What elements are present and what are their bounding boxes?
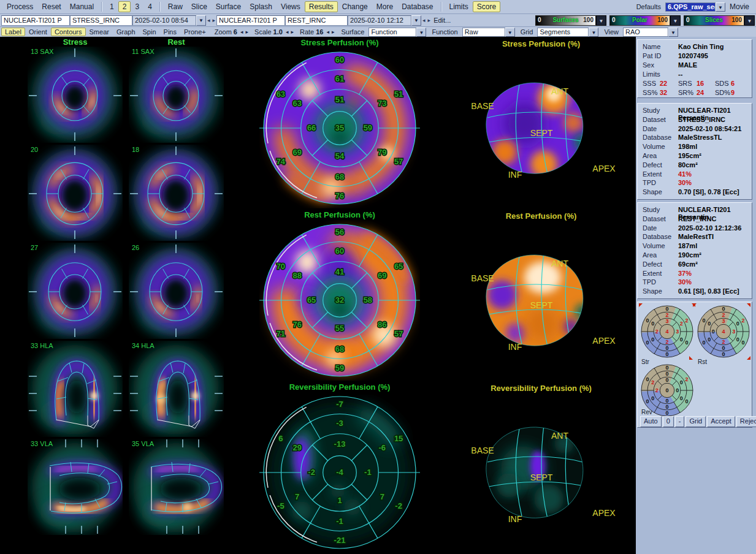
toolbar-button-process[interactable]: Process <box>2 1 37 12</box>
slice-rest-34-hla: 34 HLA <box>129 341 224 437</box>
orientation-label-apex: APEX <box>592 164 616 173</box>
spinner-up-icon[interactable]: ▸ <box>245 29 250 35</box>
view-button-contours[interactable]: Contours <box>51 28 86 36</box>
score-button-reject[interactable]: Reject <box>736 416 756 427</box>
toolbar-button-raw[interactable]: Raw <box>164 1 187 12</box>
toolbar-button-limits[interactable]: Limits <box>445 1 473 12</box>
svg-text:65: 65 <box>394 262 403 271</box>
chevron-down-icon[interactable]: ▼ <box>411 15 421 26</box>
score-button-accept[interactable]: Accept <box>707 416 735 427</box>
rest-next-button[interactable]: ▸ <box>427 16 432 25</box>
view-button-label[interactable]: Label <box>1 28 25 36</box>
rest-dataset-field[interactable]: REST_IRNC <box>285 15 348 26</box>
colorbar-gradient-surfaces[interactable]: 0Surfaces100 <box>535 15 596 26</box>
field-label: TPD <box>643 278 656 286</box>
colorbar-gradient-slices[interactable]: 0Slices100 <box>684 15 744 26</box>
chevron-down-icon[interactable]: ▼ <box>670 15 681 26</box>
toolbar-button-change[interactable]: Change <box>338 1 372 12</box>
toolbar-button-views[interactable]: Views <box>277 1 305 12</box>
toolbar-button-results[interactable]: Results <box>305 1 338 12</box>
polar-map-title: Reversibility Perfusion (%) <box>248 382 432 392</box>
spinner-down-icon[interactable]: ◂ <box>239 29 245 35</box>
score-button-minus[interactable]: - <box>675 416 685 427</box>
svg-text:2: 2 <box>655 387 659 393</box>
stress-study-field[interactable]: NUCLEAR-TI201 P <box>1 15 70 26</box>
toolbar-button-slice[interactable]: Slice <box>187 1 212 12</box>
stress-prev-button[interactable]: ◂ <box>206 16 212 25</box>
edit-button[interactable]: Edit... <box>432 17 452 24</box>
view-button-smear[interactable]: Smear <box>86 28 113 36</box>
chevron-down-icon[interactable]: ▼ <box>668 28 678 37</box>
score-button-zero[interactable]: 0 <box>663 416 674 427</box>
field-value: 41% <box>678 170 692 178</box>
rest-prev-button[interactable]: ◂ <box>421 16 427 25</box>
score-label-sspct: SS% <box>643 89 657 96</box>
score-button-auto[interactable]: Auto <box>640 416 662 427</box>
select-function[interactable]: Raw▼ <box>462 28 515 37</box>
svg-text:0: 0 <box>665 410 668 416</box>
toolbar-button-splash[interactable]: Splash <box>245 1 277 12</box>
defaults-select[interactable]: 6.QPS_raw_seg▼ <box>665 2 725 12</box>
field-label: Date <box>643 224 657 232</box>
score-value: 32 <box>660 89 667 96</box>
svg-text:2: 2 <box>665 312 668 318</box>
toolbar-button-3[interactable]: 3 <box>131 1 143 12</box>
spinner-down-icon[interactable]: ◂ <box>284 29 290 35</box>
svg-text:68: 68 <box>335 172 344 181</box>
view-button-orient[interactable]: Orient <box>25 28 51 36</box>
field-label: Sex <box>643 61 654 69</box>
select-label-grid: Grid <box>519 28 535 36</box>
score-label-sss: SSS <box>643 80 656 87</box>
stress-dataset-field[interactable]: STRESS_IRNC <box>70 15 132 26</box>
movie-button[interactable]: Movie <box>725 1 754 12</box>
view-button-graph[interactable]: Graph <box>113 28 139 36</box>
view-button-spin[interactable]: Spin <box>139 28 160 36</box>
chevron-down-icon[interactable]: ▼ <box>589 28 598 37</box>
stress-date-combo[interactable]: 2025-02-10 08:54▼ <box>132 15 206 26</box>
toolbar-button-score[interactable]: Score <box>473 1 500 12</box>
svg-text:54: 54 <box>335 151 345 161</box>
select-view[interactable]: RAO▼ <box>623 28 678 37</box>
toolbar-button-more[interactable]: More <box>372 1 397 12</box>
chevron-down-icon[interactable]: ▼ <box>196 15 206 26</box>
select-grid[interactable]: Segments▼ <box>537 28 598 37</box>
spinner-down-icon[interactable]: ◂ <box>325 29 330 35</box>
svg-text:65: 65 <box>307 295 316 305</box>
chevron-down-icon[interactable]: ▼ <box>596 15 606 26</box>
svg-text:79: 79 <box>378 148 386 157</box>
chevron-down-icon[interactable]: ▼ <box>744 15 755 26</box>
field-label: Database <box>643 134 671 141</box>
chevron-down-icon[interactable]: ▼ <box>416 28 426 37</box>
rest-date-combo[interactable]: 2025-02-10 12:12▼ <box>348 15 421 26</box>
field-value: MaleRestTI <box>678 233 714 240</box>
slice-stress-33-vla: 33 VLA <box>28 439 123 535</box>
colorbar-group: 0Surfaces100▼0Polar100▼0Slices100▼ <box>532 15 755 26</box>
spinner-value: 16 <box>316 28 323 36</box>
toolbar-button-surface[interactable]: Surface <box>212 1 245 12</box>
toolbar-button-manual[interactable]: Manual <box>66 1 98 12</box>
toolbar-button-4[interactable]: 4 <box>143 1 156 12</box>
spinner-up-icon[interactable]: ▸ <box>330 29 336 35</box>
colorbar-gradient-polar[interactable]: 0Polar100 <box>609 15 670 26</box>
rest-study-field[interactable]: NUCLEAR-TI201 P <box>216 15 285 26</box>
select-surface[interactable]: Function▼ <box>368 28 426 37</box>
field-label: Area <box>643 152 657 159</box>
svg-text:29: 29 <box>293 443 302 452</box>
chevron-down-icon[interactable]: ▼ <box>505 28 515 37</box>
view-button-pins[interactable]: Pins <box>160 28 180 36</box>
toolbar-button-database[interactable]: Database <box>397 1 437 12</box>
toolbar-button-1[interactable]: 1 <box>105 1 118 12</box>
svg-text:0: 0 <box>651 336 654 343</box>
segment-score-panel: 43322220000020000Str43320200000020000Rst… <box>637 302 752 428</box>
view-button-prone[interactable]: Prone+ <box>180 28 210 36</box>
spinner-up-icon[interactable]: ▸ <box>289 29 295 35</box>
toolbar-button-reset[interactable]: Reset <box>37 1 65 12</box>
chevron-down-icon[interactable]: ▼ <box>716 2 725 12</box>
score-label-sdpct: SD% <box>715 89 730 96</box>
stress-next-button[interactable]: ▸ <box>212 16 217 25</box>
svg-text:60: 60 <box>335 55 344 64</box>
toolbar-button-2[interactable]: 2 <box>118 1 131 12</box>
score-button-grid[interactable]: Grid <box>685 416 706 427</box>
svg-text:55: 55 <box>335 324 344 333</box>
spinner-value: 6 <box>234 28 237 36</box>
